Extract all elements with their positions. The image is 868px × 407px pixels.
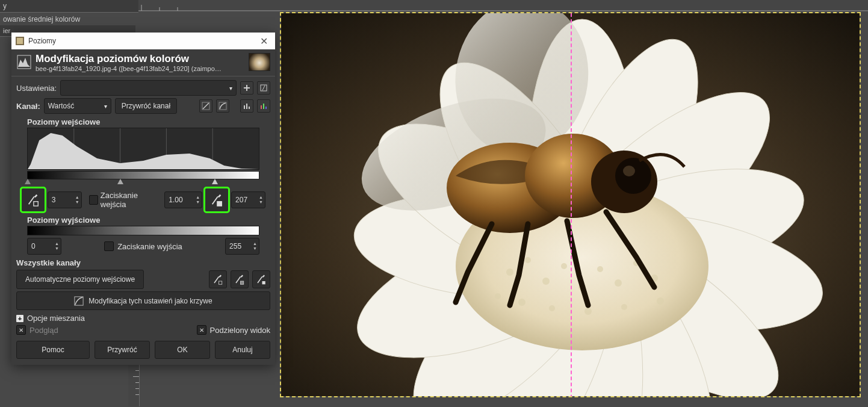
- white-point-slider[interactable]: [212, 179, 218, 184]
- levels-icon: [16, 54, 32, 70]
- channel-value: Wartość: [48, 102, 75, 110]
- clamp-output-checkbox[interactable]: [104, 241, 114, 251]
- bg-row1-text: y: [3, 2, 7, 10]
- white-point-spin[interactable]: ▲▼: [231, 191, 265, 208]
- chevron-down-icon: ▾: [229, 85, 232, 92]
- svg-rect-58: [34, 202, 38, 206]
- svg-rect-50: [249, 107, 250, 109]
- svg-rect-52: [263, 104, 264, 109]
- presets-combo[interactable]: ▾: [60, 80, 237, 96]
- bg-row3-text: ier: [0, 27, 10, 34]
- output-gradient[interactable]: [27, 226, 259, 235]
- black-point-picker[interactable]: [21, 188, 45, 212]
- clamp-input-label: Zaciskanie wejścia: [101, 191, 163, 209]
- app-icon: [15, 36, 25, 46]
- gamma-spin[interactable]: ▲▼: [164, 191, 202, 208]
- blending-options-expander[interactable]: + Opcje mieszania: [16, 314, 270, 323]
- out-black-spin[interactable]: ▲▼: [27, 238, 61, 255]
- histogram-mode-2-icon[interactable]: [257, 99, 270, 113]
- image-thumbnail: [249, 53, 270, 71]
- preset-menu-button[interactable]: [257, 81, 270, 95]
- edit-as-curves-button[interactable]: Modyfikacja tych ustawień jako krzywe: [16, 291, 270, 310]
- spin-arrows[interactable]: ▲▼: [251, 241, 259, 251]
- svg-point-30: [518, 299, 525, 306]
- blending-options-label: Opcje mieszania: [27, 314, 85, 323]
- pick-gray-all-button[interactable]: [231, 270, 249, 288]
- gamma-slider[interactable]: [117, 179, 123, 184]
- cancel-button[interactable]: Anuluj: [215, 341, 270, 359]
- black-point-input[interactable]: [48, 195, 73, 205]
- ok-button[interactable]: OK: [155, 341, 210, 359]
- input-levels-title: Poziomy wejściowe: [27, 117, 270, 126]
- ruler-left: [128, 358, 140, 406]
- black-point-slider[interactable]: [25, 179, 31, 184]
- spin-arrows[interactable]: ▲▼: [194, 195, 202, 205]
- spin-arrows[interactable]: ▲▼: [73, 195, 81, 205]
- white-point-picker[interactable]: [205, 188, 229, 212]
- black-point-spin[interactable]: ▲▼: [48, 191, 82, 208]
- svg-point-40: [615, 158, 651, 194]
- svg-point-41: [623, 166, 635, 176]
- pick-black-all-button[interactable]: [209, 270, 227, 288]
- output-levels-title: Poziomy wyjściowe: [27, 216, 270, 225]
- linear-histogram-icon[interactable]: [199, 99, 212, 113]
- bg-row2-text: owanie średniej kolorów: [3, 15, 80, 23]
- chevron-down-icon: ▾: [104, 103, 107, 110]
- gamma-input[interactable]: [165, 195, 194, 205]
- svg-rect-43: [17, 38, 23, 44]
- clamp-output-label: Zaciskanie wyjścia: [117, 242, 182, 251]
- pick-white-all-button[interactable]: [252, 270, 270, 288]
- plus-icon: +: [16, 315, 23, 322]
- canvas[interactable]: [280, 12, 861, 397]
- reset-button[interactable]: Przywróć: [95, 341, 150, 359]
- split-view-checkbox[interactable]: ✕: [197, 325, 206, 335]
- ruler-top: [138, 0, 868, 11]
- spin-arrows[interactable]: ▲▼: [53, 241, 61, 251]
- channel-combo[interactable]: Wartość ▾: [44, 98, 111, 114]
- histogram-mode-1-icon[interactable]: [240, 99, 253, 113]
- svg-rect-49: [246, 104, 247, 109]
- svg-point-29: [495, 293, 501, 299]
- all-channels-title: Wszystkie kanały: [16, 258, 270, 267]
- white-point-input[interactable]: [232, 195, 257, 205]
- svg-point-34: [657, 297, 664, 305]
- dialog-header-title: Modyfikacja poziomów kolorów: [36, 53, 246, 65]
- dialog-titlebar[interactable]: Poziomy ✕: [11, 33, 275, 49]
- svg-point-31: [549, 305, 555, 311]
- svg-rect-53: [265, 107, 267, 109]
- dialog-header-subtitle: bee-g4f13fab24_1920.jpg-4 ([bee-g4f13fab…: [36, 65, 246, 72]
- svg-point-32: [584, 308, 592, 315]
- close-icon[interactable]: ✕: [256, 36, 271, 47]
- out-black-input[interactable]: [28, 241, 53, 251]
- histogram[interactable]: [27, 128, 259, 170]
- help-button[interactable]: Pomoc: [16, 341, 90, 359]
- channel-label: Kanał:: [16, 102, 40, 111]
- settings-label: Ustawienia:: [16, 84, 57, 93]
- svg-rect-61: [241, 281, 244, 284]
- svg-rect-48: [244, 105, 245, 109]
- preview-label: Podgląd: [29, 326, 58, 335]
- out-white-input[interactable]: [226, 241, 251, 251]
- out-white-spin[interactable]: ▲▼: [225, 238, 259, 255]
- svg-point-23: [561, 263, 567, 269]
- reset-channel-button[interactable]: Przywróć kanał: [115, 98, 177, 114]
- levels-dialog: Poziomy ✕ Modyfikacja poziomów kolorów b…: [11, 33, 275, 365]
- svg-rect-60: [219, 281, 222, 284]
- log-histogram-icon[interactable]: [216, 99, 229, 113]
- dialog-window-title: Poziomy: [28, 37, 256, 45]
- svg-point-25: [597, 266, 603, 272]
- clamp-input-checkbox[interactable]: [89, 195, 98, 205]
- svg-point-20: [506, 269, 513, 276]
- spin-arrows[interactable]: ▲▼: [257, 195, 265, 205]
- preview-checkbox[interactable]: ✕: [16, 325, 26, 335]
- svg-rect-62: [262, 281, 265, 284]
- svg-rect-63: [75, 296, 83, 305]
- svg-point-26: [615, 279, 622, 287]
- input-gradient[interactable]: [27, 171, 259, 179]
- split-view-label: Podzielony widok: [210, 326, 270, 335]
- svg-point-21: [525, 257, 531, 263]
- add-preset-button[interactable]: [240, 81, 253, 95]
- svg-point-22: [542, 278, 550, 285]
- auto-levels-button[interactable]: Automatyczne poziomy wejściowe: [16, 270, 144, 289]
- svg-point-33: [621, 304, 627, 310]
